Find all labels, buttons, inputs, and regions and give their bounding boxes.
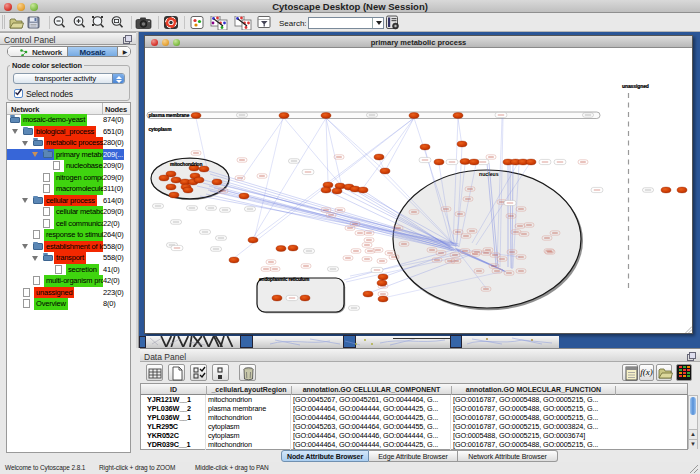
svg-text:nucleus: nucleus [479, 171, 499, 177]
svg-text:cytoplasm: cytoplasm [149, 127, 173, 132]
svg-text:plasma membrane: plasma membrane [149, 113, 190, 118]
svg-text:mitochondrion: mitochondrion [170, 162, 202, 167]
svg-text:unassigned: unassigned [622, 83, 649, 89]
svg-text:endoplasmic reticulum: endoplasmic reticulum [259, 277, 310, 282]
